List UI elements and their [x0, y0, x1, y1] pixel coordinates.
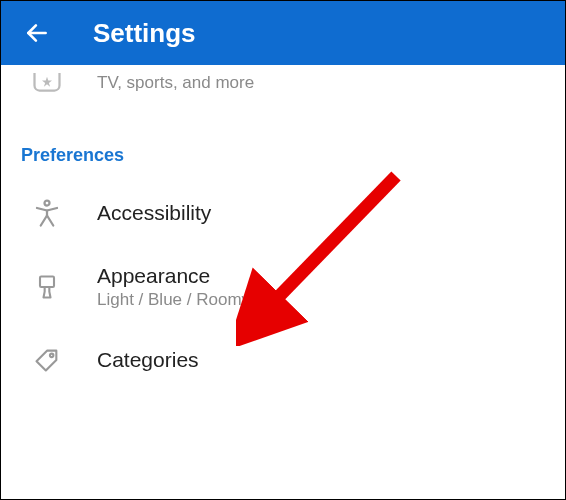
settings-row-title: Appearance — [97, 264, 250, 288]
svg-point-5 — [50, 354, 54, 358]
app-header: Settings — [1, 1, 565, 65]
settings-row-accessibility[interactable]: Accessibility — [1, 180, 565, 246]
settings-row-title: Categories — [97, 348, 199, 372]
settings-row-title: Accessibility — [97, 201, 211, 225]
back-button[interactable] — [17, 13, 57, 53]
settings-row-categories[interactable]: Categories — [1, 328, 565, 392]
svg-marker-2 — [42, 77, 52, 87]
page-title: Settings — [93, 18, 196, 49]
svg-point-3 — [45, 201, 50, 206]
section-header-preferences: Preferences — [1, 121, 565, 180]
arrow-left-icon — [24, 20, 50, 46]
settings-row-partial[interactable]: TV, sports, and more — [1, 65, 565, 121]
settings-row-appearance[interactable]: Appearance Light / Blue / Roomy — [1, 246, 565, 328]
settings-content: TV, sports, and more Preferences Accessi… — [1, 65, 565, 392]
star-badge-icon — [25, 73, 69, 103]
settings-row-subtitle: TV, sports, and more — [97, 73, 254, 93]
paintbrush-icon — [25, 273, 69, 301]
tag-icon — [25, 346, 69, 374]
accessibility-icon — [25, 198, 69, 228]
svg-rect-4 — [40, 277, 54, 288]
settings-row-subtitle: Light / Blue / Roomy — [97, 290, 250, 310]
